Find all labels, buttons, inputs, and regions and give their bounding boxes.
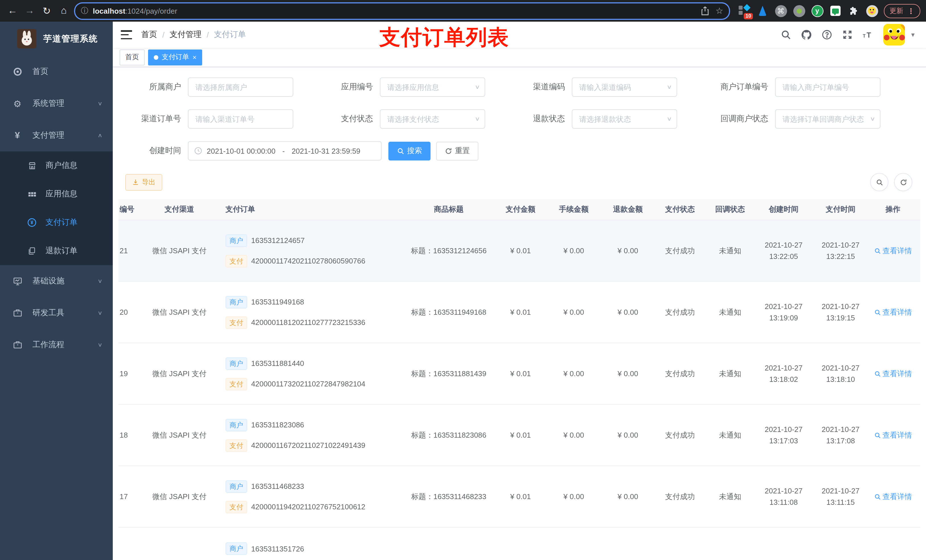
share-icon[interactable] <box>701 6 709 15</box>
bookmark-star-icon[interactable]: ☆ <box>716 6 723 16</box>
cell-title: 标题：1635312124656 <box>403 220 494 281</box>
col-id: 编号 <box>118 199 138 220</box>
col-fee: 手续金额 <box>547 199 601 220</box>
sidebar-item-home[interactable]: 首页 <box>0 56 113 88</box>
view-details-link[interactable]: 查看详情 <box>874 430 912 440</box>
merchant-order-no: 1635311881440 <box>251 359 304 368</box>
browser-forward-button[interactable]: → <box>23 4 36 18</box>
pay-tag: 支付 <box>225 377 247 390</box>
browser-home-button[interactable]: ⌂ <box>57 4 71 18</box>
search-icon <box>874 370 881 377</box>
tab-home[interactable]: 首页 <box>120 49 145 65</box>
site-info-icon[interactable]: ⓘ <box>81 6 88 16</box>
sidebar-item-pay-order[interactable]: ¥ 支付订单 <box>0 208 113 237</box>
create-time-range-picker[interactable]: 2021-10-01 00:00:00 - 2021-10-31 23:59:5… <box>188 141 381 160</box>
user-avatar[interactable] <box>883 24 905 45</box>
sidebar-item-label: 支付管理 <box>32 130 97 140</box>
sidebar-item-merchant-info[interactable]: 商户信息 <box>0 151 113 180</box>
view-details-link[interactable]: 查看详情 <box>874 491 912 502</box>
app-filter-select[interactable] <box>380 77 485 97</box>
help-icon[interactable] <box>822 29 832 40</box>
sidebar-item-label: 系统管理 <box>32 98 97 109</box>
export-button[interactable]: 导出 <box>125 174 162 190</box>
extension-y-icon[interactable]: y <box>811 5 823 17</box>
browser-update-button[interactable]: 更新 ⋮ <box>884 4 920 18</box>
extension-emoji-icon[interactable] <box>865 5 878 17</box>
table-row[interactable]: 17 微信 JSAPI 支付 商户1635311468233 支付4200001… <box>118 466 920 528</box>
chevron-down-icon: ∨ <box>97 310 103 316</box>
table-row[interactable]: 20 微信 JSAPI 支付 商户1635311949168 支付4200001… <box>118 282 920 343</box>
view-details-link[interactable]: 查看详情 <box>874 307 912 317</box>
col-channel: 支付渠道 <box>138 199 221 220</box>
annotation-page-title: 支付订单列表 <box>379 23 509 52</box>
tab-close-icon[interactable]: × <box>192 53 197 61</box>
refresh-table-button[interactable] <box>894 173 912 191</box>
extension-dot-icon[interactable] <box>793 5 805 17</box>
search-button[interactable]: 搜索 <box>388 142 431 160</box>
sidebar-item-app-info[interactable]: 应用信息 <box>0 180 113 208</box>
sidebar-item-devtools[interactable]: 研发工具 ∨ <box>0 297 113 329</box>
reset-button[interactable]: 重置 <box>436 142 478 160</box>
url-text[interactable]: localhost:1024/pay/order <box>93 6 696 15</box>
table-row[interactable]: 21 微信 JSAPI 支付 商户1635312124657 支付4200001… <box>118 220 920 282</box>
cell-paid: 2021-10-2713:19:15 <box>812 282 869 343</box>
cell-channel: 微信 JSAPI 支付 <box>138 405 221 465</box>
extension-blocker-icon[interactable]: 10 <box>738 5 750 17</box>
briefcase-icon <box>12 340 22 350</box>
merchant-filter-input[interactable] <box>188 77 293 97</box>
merchant-tag: 商户 <box>225 480 247 492</box>
callback-status-select[interactable] <box>775 109 881 128</box>
fullscreen-icon[interactable] <box>842 29 853 40</box>
breadcrumb-separator: / <box>207 30 209 39</box>
browser-menu-icon[interactable]: ⋮ <box>907 6 915 15</box>
cell-amount: ¥ 0.01 <box>494 282 547 343</box>
url-host: localhost <box>93 6 125 15</box>
pay-status-select[interactable] <box>380 109 485 128</box>
extension-command-icon[interactable]: ⌘ <box>775 5 787 17</box>
table-row[interactable]: 19 微信 JSAPI 支付 商户1635311881440 支付4200001… <box>118 343 920 405</box>
table-row[interactable]: 18 微信 JSAPI 支付 商户1635311823086 支付4200001… <box>118 405 920 466</box>
view-details-link[interactable]: 查看详情 <box>874 368 912 379</box>
browser-back-button[interactable]: ← <box>6 4 20 18</box>
sidebar-item-pay[interactable]: ¥ 支付管理 ∧ <box>0 119 113 151</box>
caret-down-icon[interactable]: ▾ <box>911 31 915 39</box>
view-details-link[interactable]: 查看详情 <box>874 246 912 256</box>
table-header: 编号 支付渠道 支付订单 商品标题 支付金额 手续金额 退款金额 支付状态 回调… <box>118 199 920 220</box>
channel-code-select[interactable] <box>572 77 677 97</box>
search-icon[interactable] <box>781 29 791 40</box>
table-toolbar: 导出 <box>113 173 926 191</box>
sidebar-item-label: 工作流程 <box>32 340 97 350</box>
cell-fee: ¥ 0.00 <box>547 282 601 343</box>
extensions-puzzle-icon[interactable] <box>847 5 860 17</box>
tab-label: 支付订单 <box>162 52 189 62</box>
font-size-icon[interactable]: TT <box>863 29 874 40</box>
toggle-search-button[interactable] <box>870 173 888 191</box>
search-icon <box>874 493 881 500</box>
sidebar-item-refund-order[interactable]: 退款订单 <box>0 237 113 265</box>
cell-fee: ¥ 0.00 <box>547 343 601 404</box>
svg-text:¥: ¥ <box>30 220 33 225</box>
channel-order-no-input[interactable] <box>188 109 293 128</box>
github-icon[interactable] <box>801 29 812 40</box>
breadcrumb-home[interactable]: 首页 <box>141 30 157 40</box>
extension-chat-icon[interactable] <box>829 5 842 17</box>
tab-pay-order[interactable]: 支付订单 × <box>148 49 202 65</box>
cell-created: 2021-10-2713:22:05 <box>755 220 812 281</box>
col-status: 支付状态 <box>655 199 705 220</box>
hamburger-icon[interactable] <box>121 30 132 39</box>
merchant-order-no-input[interactable] <box>775 77 881 97</box>
sidebar-item-infra[interactable]: 基础设施 ∨ <box>0 265 113 297</box>
address-bar[interactable]: ⓘ localhost:1024/pay/order ☆ <box>74 2 730 20</box>
sidebar-item-workflow[interactable]: 工作流程 ∨ <box>0 329 113 361</box>
cell-callback: 未通知 <box>705 343 755 404</box>
filter-label-callback-status: 回调商户状态 <box>694 114 775 124</box>
cell-fee: ¥ 0.00 <box>547 220 601 281</box>
svg-text:T: T <box>863 33 866 38</box>
table-row-partial[interactable]: 商户1635311351726 <box>118 528 920 560</box>
cell-paid: 2021-10-2713:11:15 <box>812 466 869 527</box>
sidebar-item-system[interactable]: ⚙ 系统管理 ∨ <box>0 88 113 119</box>
extension-kite-icon[interactable] <box>756 5 769 17</box>
browser-reload-button[interactable]: ↻ <box>40 4 53 18</box>
col-pay-order: 支付订单 <box>221 199 403 220</box>
refund-status-select[interactable] <box>572 109 677 128</box>
